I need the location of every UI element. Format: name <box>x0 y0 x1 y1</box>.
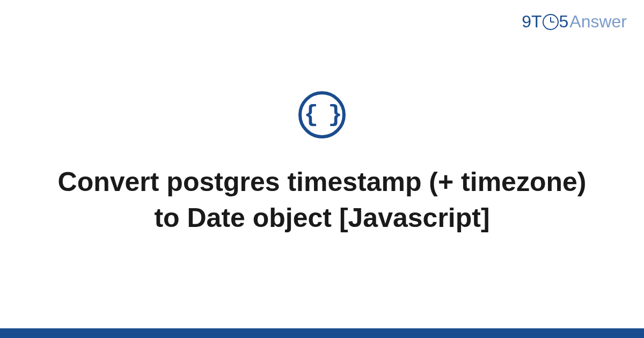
main-content: { } Convert postgres timestamp (+ timezo… <box>0 0 644 338</box>
category-badge: { } <box>298 91 346 138</box>
footer-accent-bar <box>0 328 644 338</box>
code-braces-icon: { } <box>304 101 340 128</box>
page-title: Convert postgres timestamp (+ timezone) … <box>54 164 590 237</box>
